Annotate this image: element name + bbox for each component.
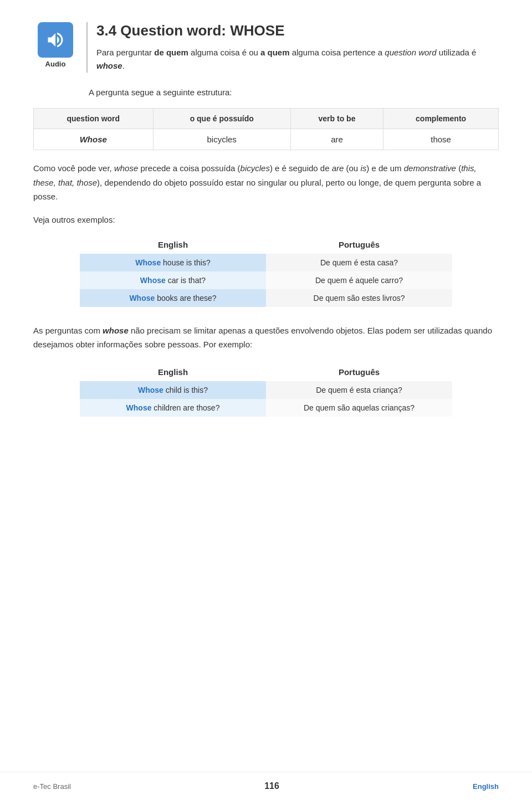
examples-table-1: English Português Whose house is this? D… [80,235,452,307]
example-pt-1: De quem é esta casa? [266,254,452,271]
footer-language: English [473,782,499,791]
page-footer: e-Tec Brasil 116 English [0,772,532,800]
col-header-possuido: o que é possuído [153,109,290,129]
structure-section: A pergunta segue a seguinte estrutura: q… [33,86,499,150]
examples-intro-text: Veja outros exemplos: [33,215,499,224]
audio-block[interactable]: Audio [33,22,78,68]
structure-table: question word o que é possuído verb to b… [33,108,499,150]
table1-header-en: English [80,235,266,254]
table2-header-pt: Português [266,363,452,381]
speaker-icon [45,30,65,50]
example2-pt-2: De quem são aquelas crianças? [266,399,452,417]
example-pt-2: De quem é aquele carro? [266,271,452,289]
col-header-complemento: complemento [383,109,499,129]
section-title: 3.4 Question word: WHOSE [96,22,499,39]
example2-pt-1: De quem é esta criança? [266,381,452,399]
examples-table-2-wrapper: English Português Whose child is this? D… [80,363,452,417]
example2-en-1: Whose child is this? [80,381,266,399]
table-row: Whose children are those? De quem são aq… [80,399,452,417]
table-row: Whose car is that? De quem é aquele carr… [80,271,452,289]
table-row: Whose house is this? De quem é esta casa… [80,254,452,271]
col-header-verb: verb to be [290,109,383,129]
cell-whose: Whose [34,129,154,150]
body-paragraph: Como você pode ver, whose precede a cois… [33,161,499,204]
cell-bicycles: bicycles [153,129,290,150]
table2-header-en: English [80,363,266,381]
footer-brand: e-Tec Brasil [33,782,71,791]
footer-page-number: 116 [264,781,279,791]
second-paragraph-block: As perguntas com whose não precisam se l… [33,324,499,352]
cell-are: are [290,129,383,150]
second-paragraph: As perguntas com whose não precisam se l… [33,324,499,352]
table-row: Whose books are these? De quem são estes… [80,289,452,307]
intro-paragraph: Para perguntar de quem alguma coisa é ou… [96,46,499,73]
header-content: 3.4 Question word: WHOSE Para perguntar … [96,22,499,73]
examples-table-2: English Português Whose child is this? D… [80,363,452,417]
audio-icon[interactable] [38,22,73,58]
col-header-question-word: question word [34,109,154,129]
vertical-divider [86,22,88,73]
example-pt-3: De quem são estes livros? [266,289,452,307]
audio-label: Audio [45,60,66,68]
example-en-3: Whose books are these? [80,289,266,307]
table-row: Whose child is this? De quem é esta cria… [80,381,452,399]
example-en-2: Whose car is that? [80,271,266,289]
cell-those: those [383,129,499,150]
example2-en-2: Whose children are those? [80,399,266,417]
structure-intro-text: A pergunta segue a seguinte estrutura: [89,86,499,99]
examples-table-1-wrapper: English Português Whose house is this? D… [80,235,452,307]
table1-header-pt: Português [266,235,452,254]
example-en-1: Whose house is this? [80,254,266,271]
header-section: Audio 3.4 Question word: WHOSE Para perg… [33,22,499,73]
